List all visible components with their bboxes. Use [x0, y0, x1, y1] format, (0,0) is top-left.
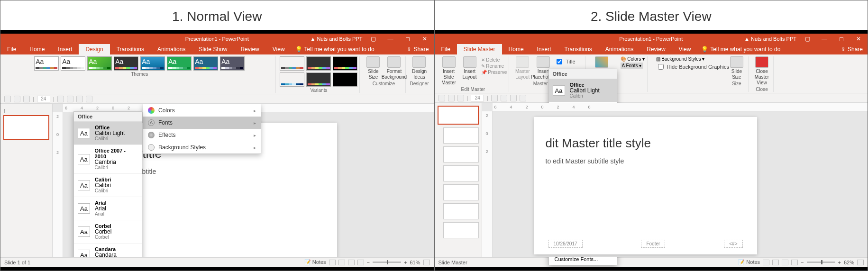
- theme-thumb[interactable]: Aa: [167, 56, 192, 71]
- insert-layout-button[interactable]: Insert Layout: [460, 56, 479, 86]
- rename-button[interactable]: ✎ Rename: [481, 63, 507, 69]
- zoom-in-icon[interactable]: +: [404, 260, 407, 265]
- variant-thumb[interactable]: [306, 56, 331, 71]
- arrange-icon[interactable]: [520, 95, 526, 101]
- italic-icon[interactable]: [23, 96, 30, 102]
- layout-thumbnail[interactable]: [443, 146, 479, 163]
- theme-thumb[interactable]: Aa: [193, 56, 218, 71]
- view-normal-icon[interactable]: [329, 260, 336, 265]
- footer-placeholder[interactable]: Footer: [641, 240, 665, 248]
- font-scheme-item[interactable]: AaOfficeCalibri LightCalibri: [549, 79, 617, 102]
- zoom-level[interactable]: 61%: [410, 260, 420, 265]
- align-left-icon[interactable]: [491, 95, 498, 101]
- theme-thumb[interactable]: Aa: [114, 56, 138, 71]
- notes-toggle[interactable]: 📝 Notes: [304, 259, 326, 265]
- tab-slide-master[interactable]: Slide Master: [457, 44, 502, 54]
- account-label[interactable]: ▲ Nuts and Bolts PPT: [744, 36, 796, 42]
- bold-icon[interactable]: [14, 96, 20, 102]
- fonts-dropdown[interactable]: A Fonts ▾: [621, 63, 643, 69]
- tab-animations[interactable]: Animations: [151, 44, 192, 54]
- hide-bg-checkbox[interactable]: Hide Background Graphics: [656, 63, 729, 71]
- layout-thumbnail[interactable]: [443, 127, 479, 144]
- close-icon[interactable]: ✕: [852, 36, 865, 42]
- font-scheme-item[interactable]: AaArialArialArial: [74, 197, 142, 220]
- bg-styles-dropdown[interactable]: ▨ Background Styles ▾: [656, 56, 705, 62]
- zoom-level[interactable]: 62%: [844, 260, 854, 265]
- format-background-button[interactable]: Format Background: [384, 56, 403, 80]
- layout-thumbnail[interactable]: [443, 184, 479, 200]
- font-size-input[interactable]: [37, 96, 50, 102]
- date-placeholder[interactable]: 10/26/2017: [548, 240, 583, 248]
- close-icon[interactable]: ✕: [419, 36, 431, 42]
- italic-icon[interactable]: [457, 95, 464, 101]
- tell-me[interactable]: 💡 Tell me what you want to do: [295, 44, 375, 54]
- master-canvas[interactable]: dit Master title style to edit Master su…: [534, 117, 757, 254]
- ribbon-options-icon[interactable]: ▢: [367, 36, 380, 42]
- tab-file[interactable]: File: [0, 44, 23, 54]
- slide-size-button[interactable]: Slide Size: [364, 56, 383, 80]
- colors-dropdown[interactable]: 🎨 Colors ▾: [621, 56, 645, 62]
- account-label[interactable]: ▲ Nuts and Bolts PPT: [311, 36, 363, 42]
- tab-home[interactable]: Home: [502, 44, 530, 54]
- title-checkbox[interactable]: Title: [555, 57, 583, 66]
- menu-effects[interactable]: Effects▸: [143, 129, 261, 141]
- theme-thumb[interactable]: Aa: [140, 56, 165, 71]
- delete-button[interactable]: ✕ Delete: [481, 57, 507, 63]
- font-scheme-item[interactable]: AaOffice 2007 - 2010CambriaCalibri: [74, 145, 142, 174]
- font-scheme-item[interactable]: AaCalibriCalibriCalibri: [74, 174, 142, 197]
- variant-thumb[interactable]: [333, 56, 357, 71]
- share-button[interactable]: ⇪ Share: [402, 44, 433, 54]
- insert-slide-master-button[interactable]: Insert Slide Master: [439, 56, 458, 86]
- layout-thumbnail[interactable]: [443, 165, 479, 181]
- arrange-icon[interactable]: [86, 96, 92, 102]
- view-slideshow-icon[interactable]: [791, 260, 798, 265]
- align-center-icon[interactable]: [67, 96, 73, 102]
- fit-to-window-icon[interactable]: [423, 260, 430, 265]
- tab-animations[interactable]: Animations: [599, 44, 640, 54]
- variant-thumb[interactable]: [280, 56, 304, 71]
- master-title-placeholder[interactable]: dit Master title style: [546, 136, 746, 151]
- fit-to-window-icon[interactable]: [857, 260, 864, 265]
- variant-thumb[interactable]: [280, 72, 304, 87]
- layout-thumbnail[interactable]: [443, 222, 479, 238]
- font-size-input[interactable]: [471, 95, 484, 101]
- tab-insert[interactable]: Insert: [51, 44, 79, 54]
- variant-thumb[interactable]: [333, 72, 357, 87]
- view-reading-icon[interactable]: [348, 260, 355, 265]
- font-scheme-item[interactable]: AaCorbelCorbelCorbel: [74, 220, 142, 244]
- font-scheme-item[interactable]: AaCandaraCandaraCandara: [74, 244, 142, 257]
- shapes-icon[interactable]: [76, 96, 83, 102]
- tab-insert[interactable]: Insert: [530, 44, 558, 54]
- master-subtitle-placeholder[interactable]: to edit Master subtitle style: [546, 157, 746, 165]
- tab-slideshow[interactable]: Slide Show: [192, 44, 234, 54]
- theme-thumb[interactable]: Aa: [34, 56, 59, 71]
- variant-thumb[interactable]: [306, 72, 331, 87]
- minimize-icon[interactable]: —: [384, 36, 397, 42]
- zoom-slider[interactable]: [807, 262, 835, 263]
- zoom-slider[interactable]: [373, 262, 401, 263]
- master-thumbnail[interactable]: [438, 106, 479, 125]
- notes-toggle[interactable]: 📝 Notes: [738, 259, 760, 265]
- shapes-icon[interactable]: [510, 95, 517, 101]
- align-center-icon[interactable]: [501, 95, 507, 101]
- menu-background-styles[interactable]: Background Styles▸: [143, 141, 261, 154]
- view-sorter-icon[interactable]: [772, 260, 779, 265]
- menu-colors[interactable]: Colors▸: [143, 104, 261, 117]
- bold-icon[interactable]: [448, 95, 455, 101]
- tell-me[interactable]: 💡 Tell me what you want to do: [701, 44, 780, 54]
- theme-thumb[interactable]: Aa: [220, 56, 245, 71]
- slidenum-placeholder[interactable]: <#>: [724, 240, 742, 248]
- zoom-out-icon[interactable]: −: [367, 260, 370, 265]
- ribbon-options-icon[interactable]: ▢: [801, 36, 813, 42]
- view-reading-icon[interactable]: [782, 260, 788, 265]
- preserve-button[interactable]: 📌 Preserve: [481, 70, 507, 75]
- view-slideshow-icon[interactable]: [357, 260, 364, 265]
- close-master-button[interactable]: Close Master View: [752, 56, 771, 86]
- tab-transitions[interactable]: Transitions: [558, 44, 599, 54]
- minimize-icon[interactable]: —: [818, 36, 831, 42]
- view-sorter-icon[interactable]: [338, 260, 345, 265]
- tab-home[interactable]: Home: [23, 44, 51, 54]
- maximize-icon[interactable]: ◻: [835, 36, 848, 42]
- zoom-in-icon[interactable]: +: [838, 260, 841, 265]
- share-button[interactable]: ⇪ Share: [836, 44, 868, 54]
